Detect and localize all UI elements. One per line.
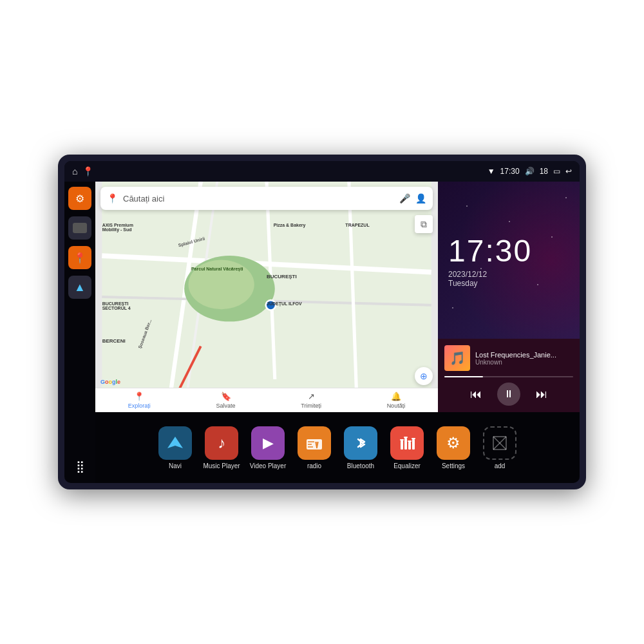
music-artist: Unknown [475,359,573,366]
mic-icon[interactable]: 🎤 [399,193,410,204]
saved-label: Salvate [216,402,236,409]
battery-level: 18 [540,167,548,176]
profile-icon[interactable]: 👤 [415,193,426,204]
navi-icon [158,426,192,460]
center-area: 📍 Căutați aici 🎤 👤 AXIS PremiumMobility … [95,182,580,483]
grid-icon: ⣿ [76,459,84,473]
prev-button[interactable]: ⏮ [470,388,482,401]
add-label: add [495,462,506,469]
app-navi[interactable]: Navi [156,426,194,469]
music-note-icon: ♪ [218,434,225,452]
wifi-icon: ▼ [488,167,495,176]
svg-rect-23 [400,439,404,440]
map-label-trapez: TRAPEZUL [345,223,369,227]
device: ⌂ 📍 ▼ 17:30 🔊 18 ▭ ↩ ⚙ [58,155,586,489]
map-label-parc: Parcul Natural Văcărești [191,267,243,271]
map-label-sector4: BUCUREȘTISECTORUL 4 [102,301,131,310]
map-label-ilfov: JUDEȚUL ILFOV [267,301,302,306]
home-icon[interactable]: ⌂ [72,166,77,176]
nav-arrow-icon: ▲ [74,281,86,294]
map-label-buc: BUCUREȘTI [267,274,297,279]
explore-icon: 📍 [134,392,144,401]
sidebar-allapps-btn[interactable]: ⣿ [68,455,91,478]
news-icon: 🔔 [391,392,401,401]
equalizer-icon [390,426,424,460]
settings-icon: ⚙ [75,193,84,205]
music-controls: ⏮ ⏸ ⏭ [444,383,573,406]
map-nav-send[interactable]: ↗ Trimiteți [301,392,321,409]
battery-icon: ▭ [553,167,560,176]
play-pause-button[interactable]: ⏸ [497,383,520,406]
map-search-bar[interactable]: 📍 Căutați aici 🎤 👤 [100,187,433,210]
clock-date: 2023/12/12 Tuesday [448,270,569,288]
sidebar-maps-btn[interactable]: 📍 [68,246,91,269]
google-maps-logo: 📍 [107,193,118,204]
music-title: Lost Frequencies_Janie... [475,351,573,359]
radio-icon [298,426,331,460]
map-panel[interactable]: 📍 Căutați aici 🎤 👤 AXIS PremiumMobility … [95,182,438,412]
radio-label: radio [307,462,321,469]
play-icon: ▶ [263,435,274,451]
app-video-player[interactable]: ▶ Video Player [249,426,287,469]
map-nav-saved[interactable]: 🔖 Salvate [216,392,236,409]
app-settings[interactable]: ⚙ Settings [434,426,473,469]
music-progress-fill [444,376,483,377]
add-icon [483,426,516,460]
map-label-pizza: Pizza & Bakery [274,223,306,227]
clock-time: 17:30 [448,233,569,269]
music-player-label: Music Player [203,462,240,469]
layers-btn[interactable]: ⧉ [415,215,433,233]
map-label-berceni: BERCENI [102,338,126,344]
map-nav-explore[interactable]: 📍 Explorați [128,392,151,409]
radio-svg [305,434,323,452]
sidebar-folder-btn[interactable] [68,216,91,240]
navi-label: Navi [169,462,182,469]
music-progress-bar[interactable] [444,376,573,377]
video-player-label: Video Player [250,462,287,469]
status-bar: ⌂ 📍 ▼ 17:30 🔊 18 ▭ ↩ [64,161,580,182]
location-btn[interactable]: ⊕ [415,367,433,385]
next-button[interactable]: ⏭ [536,388,547,401]
send-icon: ↗ [308,392,315,401]
svg-rect-26 [412,438,415,439]
gear-icon: ⚙ [446,434,460,452]
music-details: Lost Frequencies_Janie... Unknown [475,351,573,366]
status-bar-left: ⌂ 📍 [72,166,93,176]
bluetooth-icon [344,426,377,460]
app-add[interactable]: add [480,426,519,469]
svg-rect-24 [404,437,408,438]
screen: ⌂ 📍 ▼ 17:30 🔊 18 ▭ ↩ ⚙ [64,161,580,483]
music-player-icon: ♪ [205,426,238,460]
app-music-player[interactable]: ♪ Music Player [202,426,241,469]
settings-icon: ⚙ [437,426,470,460]
map-search-placeholder: Căutați aici [123,194,394,204]
navi-svg [166,434,184,452]
bluetooth-svg [352,434,370,452]
bottom-apps: Navi ♪ Music Player ▶ Video Player [95,412,580,483]
left-sidebar: ⚙ 📍 ▲ ⣿ [64,182,95,483]
back-icon[interactable]: ↩ [565,167,572,176]
equalizer-svg [398,434,416,452]
equalizer-label: Equalizer [393,462,421,469]
sidebar-settings-btn[interactable]: ⚙ [68,187,91,210]
status-bar-right: ▼ 17:30 🔊 18 ▭ ↩ [488,167,572,176]
add-svg [491,434,509,452]
send-label: Trimiteți [301,402,321,409]
music-section: 🎵 Lost Frequencies_Janie... Unknown [438,339,580,412]
sidebar-nav-btn[interactable]: ▲ [68,276,91,299]
clock-section: 17:30 2023/12/12 Tuesday [438,182,580,339]
right-panel: 17:30 2023/12/12 Tuesday 🎵 [438,182,580,412]
app-equalizer[interactable]: Equalizer [388,426,426,469]
svg-rect-21 [408,442,411,450]
map-nav-news[interactable]: 🔔 Noutăți [387,392,406,409]
google-logo: Google [100,379,120,385]
saved-icon: 🔖 [221,392,231,401]
app-radio[interactable]: radio [295,426,334,469]
svg-rect-22 [412,439,415,450]
main-area: ⚙ 📍 ▲ ⣿ [64,182,580,483]
top-panels: 📍 Căutați aici 🎤 👤 AXIS PremiumMobility … [95,182,580,412]
clock-day: Tuesday [448,279,478,288]
app-bluetooth[interactable]: Bluetooth [341,426,380,469]
svg-rect-25 [408,440,412,442]
maps-quick-icon[interactable]: 📍 [82,166,93,176]
